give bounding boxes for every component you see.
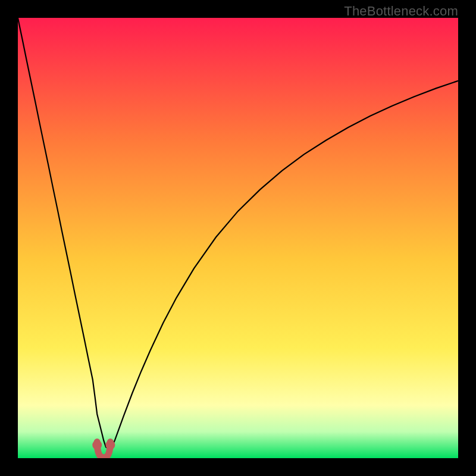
curve-line <box>18 18 458 449</box>
watermark-text: TheBottleneck.com <box>344 4 458 19</box>
svg-point-2 <box>105 440 115 450</box>
svg-point-1 <box>92 440 102 450</box>
chart-frame: TheBottleneck.com <box>0 0 476 476</box>
plot-area <box>18 18 458 458</box>
curve-trough-marker <box>92 440 115 458</box>
bottleneck-curve <box>18 18 458 458</box>
